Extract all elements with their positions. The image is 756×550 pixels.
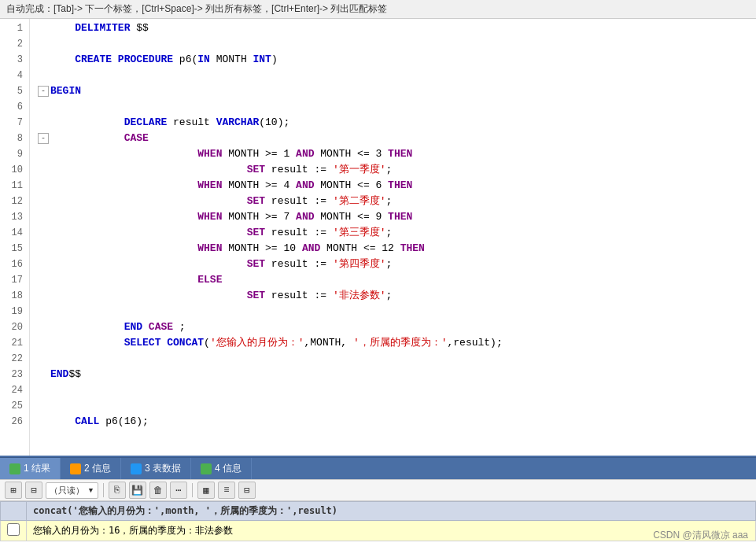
line-number-5: 5 (3, 83, 23, 99)
line-number-22: 22 (3, 351, 23, 367)
line-number-3: 3 (3, 52, 23, 68)
line-number-8: 8 (3, 131, 23, 146)
tab-tabledata[interactable]: 3 表数据 (121, 458, 191, 479)
chevron-down-icon: ▼ (87, 486, 94, 494)
autocomplete-bar: 自动完成：[Tab]-> 下一个标签，[Ctrl+Space]-> 列出所有标签… (0, 0, 756, 19)
line-number-13: 13 (3, 209, 23, 225)
code-content-17: ELSE (50, 272, 222, 288)
toolbar-save-btn[interactable]: 💾 (129, 482, 146, 499)
line-number-9: 9 (3, 146, 23, 162)
code-line-3: CREATE PROCEDURE p6(IN MONTH INT) (38, 52, 756, 68)
code-line-25 (38, 398, 756, 414)
line-number-24: 24 (3, 382, 23, 398)
line-number-4: 4 (3, 68, 23, 83)
watermark: CSDN @清风微凉 aaa (653, 529, 748, 542)
code-line-13: WHEN MONTH >= 7 AND MONTH <= 9 THEN (38, 209, 756, 225)
tab-results[interactable]: 1 结果 (0, 458, 61, 479)
toolbar-copy-btn[interactable]: ⎘ (109, 482, 126, 499)
code-line-5: -BEGIN (38, 83, 756, 99)
code-line-23: END$$ (38, 367, 756, 382)
table-row: 您输入的月份为：16，所属的季度为：非法参数 (1, 521, 756, 541)
bottom-toolbar: ⊞ ⊟ （只读） ▼ ⎘ 💾 🗑 ⋯ ▦ ≡ ⊟ (0, 479, 756, 501)
autocomplete-text: 自动完成：[Tab]-> 下一个标签，[Ctrl+Space]-> 列出所有标签… (6, 3, 387, 14)
row-data-cell: 您输入的月份为：16，所属的季度为：非法参数 (27, 521, 756, 541)
tab-info1-label: 2 信息 (84, 462, 111, 475)
code-line-11: WHEN MONTH >= 4 AND MONTH <= 6 THEN (38, 178, 756, 194)
toolbar-view1-btn[interactable]: ▦ (197, 482, 215, 499)
tab-info2[interactable]: 4 信息 (191, 458, 252, 479)
line-number-12: 12 (3, 194, 23, 209)
code-content-13: WHEN MONTH >= 7 AND MONTH <= 9 THEN (50, 209, 412, 225)
code-content-21: SELECT CONCAT('您输入的月份为：',MONTH, '，所属的季度为… (50, 335, 503, 351)
line-number-18: 18 (3, 288, 23, 304)
tab-tabledata-icon (131, 463, 142, 474)
bottom-section: 1 结果 2 信息 3 表数据 4 信息 ⊞ ⊟ （只读） ▼ ⎘ 💾 🗑 ⋯ … (0, 456, 756, 547)
line-number-25: 25 (3, 398, 23, 414)
code-content-25 (38, 398, 44, 414)
line-number-26: 26 (3, 414, 23, 430)
code-content-16: SET result := '第四季度'; (50, 257, 392, 272)
code-content-1: DELIMITER $$ (50, 20, 149, 36)
code-line-12: SET result := '第二季度'; (38, 194, 756, 209)
code-line-16: SET result := '第四季度'; (38, 257, 756, 272)
code-line-24 (38, 382, 756, 398)
code-content-7: DECLARE result VARCHAR(10); (50, 115, 289, 131)
code-content-6 (38, 99, 44, 115)
line-number-10: 10 (3, 162, 23, 178)
code-content-8: CASE (50, 131, 149, 146)
code-content-5: BEGIN (50, 83, 81, 99)
code-line-22 (38, 351, 756, 367)
toolbar-view3-btn[interactable]: ⊟ (238, 482, 256, 499)
line-number-2: 2 (3, 36, 23, 52)
tab-info2-label: 4 信息 (215, 462, 242, 475)
tab-info1-icon (70, 463, 81, 474)
code-content-2 (38, 36, 44, 52)
code-content-22 (50, 351, 57, 367)
results-header-col: concat('您输入的月份为：',month, '，所属的季度为：',resu… (27, 502, 756, 521)
line-number-15: 15 (3, 241, 23, 257)
line-number-19: 19 (3, 304, 23, 319)
toolbar-more-btn[interactable]: ⋯ (170, 482, 187, 499)
line-number-20: 20 (3, 319, 23, 335)
code-line-1: DELIMITER $$ (38, 20, 756, 36)
code-line-8: - CASE (38, 131, 756, 146)
code-line-6 (38, 99, 756, 115)
line-number-23: 23 (3, 367, 23, 382)
line-number-17: 17 (3, 272, 23, 288)
toolbar-readonly-label: （只读） (50, 485, 84, 496)
toolbar-view2-btn[interactable]: ≡ (218, 482, 235, 499)
code-line-21: SELECT CONCAT('您输入的月份为：',MONTH, '，所属的季度为… (38, 335, 756, 351)
code-line-17: ELSE (38, 272, 756, 288)
results-header-checkbox-col (1, 502, 27, 521)
line-number-21: 21 (3, 335, 23, 351)
code-content-14: SET result := '第三季度'; (50, 225, 392, 241)
toolbar-grid-btn[interactable]: ⊞ (5, 482, 22, 499)
bottom-tabs: 1 结果 2 信息 3 表数据 4 信息 (0, 457, 756, 479)
code-line-9: WHEN MONTH >= 1 AND MONTH <= 3 THEN (38, 146, 756, 162)
code-content-20: END CASE ; (50, 319, 186, 335)
code-line-19 (38, 304, 756, 319)
fold-icon-5[interactable]: - (38, 86, 49, 97)
row-checkbox[interactable] (7, 523, 20, 536)
toolbar-sep1 (103, 483, 104, 497)
code-content-9: WHEN MONTH >= 1 AND MONTH <= 3 THEN (50, 146, 412, 162)
code-content-18: SET result := '非法参数'; (50, 288, 392, 304)
code-content-26: CALL p6(16); (50, 414, 149, 430)
toolbar-grid2-btn[interactable]: ⊟ (25, 482, 42, 499)
code-line-4 (38, 68, 756, 83)
toolbar-readonly-dropdown[interactable]: （只读） ▼ (46, 482, 98, 499)
line-number-14: 14 (3, 225, 23, 241)
line-number-7: 7 (3, 115, 23, 131)
code-content-19 (38, 304, 44, 319)
code-content-15: WHEN MONTH >= 10 AND MONTH <= 12 THEN (50, 241, 425, 257)
code-line-2 (38, 36, 756, 52)
code-area[interactable]: DELIMITER $$ CREATE PROCEDURE p6(IN MONT… (30, 19, 756, 456)
code-content-12: SET result := '第二季度'; (50, 194, 392, 209)
code-line-15: WHEN MONTH >= 10 AND MONTH <= 12 THEN (38, 241, 756, 257)
fold-icon-8[interactable]: - (38, 133, 49, 144)
tab-info1[interactable]: 2 信息 (61, 458, 121, 479)
toolbar-delete-btn[interactable]: 🗑 (149, 482, 167, 499)
line-number-11: 11 (3, 178, 23, 194)
line-number-6: 6 (3, 99, 23, 115)
row-checkbox-cell[interactable] (1, 521, 27, 541)
